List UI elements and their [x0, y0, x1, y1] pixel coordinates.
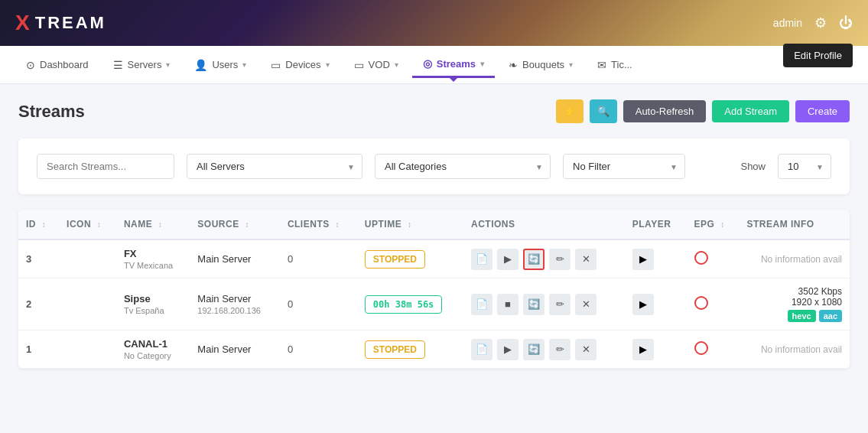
refresh-action-button[interactable]: 🔄: [523, 249, 545, 270]
nav-item-bouquets[interactable]: ❧ Bouquets ▾: [498, 53, 584, 77]
stream-category: Tv España: [124, 306, 182, 315]
nav-label-dashboard: Dashboard: [40, 59, 89, 70]
delete-action-button[interactable]: ✕: [575, 294, 597, 315]
row-player: ▶: [625, 239, 687, 278]
servers-select[interactable]: All Servers: [187, 154, 362, 179]
stream-kbps: 3502 Kbps: [747, 286, 842, 297]
row-icon-cell: [59, 239, 116, 278]
status-badge: 00h 38m 56s: [365, 295, 442, 314]
action-buttons: 📄 ▶ 🔄 ✏ ✕: [471, 339, 617, 360]
table-header-row: ID ↕ ICON ↕ NAME ↕ SOURCE ↕ CLIENTS ↕ UP…: [18, 210, 850, 239]
logo: X TREAM: [15, 11, 106, 35]
file-action-button[interactable]: 📄: [471, 339, 493, 360]
player-play-button[interactable]: ▶: [632, 339, 654, 360]
table-row: 2 Sipse Tv España Main Server 192.168.20…: [18, 278, 850, 330]
users-dropdown-arrow: ▾: [242, 60, 246, 69]
categories-select-wrapper: All Categories: [375, 154, 551, 179]
nav-item-streams[interactable]: ◎ Streams ▾: [412, 51, 495, 78]
categories-select[interactable]: All Categories: [375, 154, 551, 179]
devices-dropdown-arrow: ▾: [326, 60, 330, 69]
row-actions: 📄 ▶ 🔄 ✏ ✕: [463, 330, 625, 369]
username-label: admin: [773, 17, 802, 29]
show-label: Show: [740, 161, 766, 172]
streams-table: ID ↕ ICON ↕ NAME ↕ SOURCE ↕ CLIENTS ↕ UP…: [18, 210, 850, 369]
file-action-button[interactable]: 📄: [471, 294, 493, 315]
nav-label-bouquets: Bouquets: [522, 59, 564, 70]
row-stream-info: No information avail: [740, 330, 850, 369]
player-play-button[interactable]: ▶: [632, 249, 654, 270]
delete-action-button[interactable]: ✕: [575, 339, 597, 360]
row-player: ▶: [625, 330, 687, 369]
row-icon-cell: [59, 330, 116, 369]
nav-label-users: Users: [212, 59, 238, 70]
search-streams-input[interactable]: [37, 154, 174, 179]
col-id: ID ↕: [18, 210, 59, 239]
col-clients: CLIENTS ↕: [280, 210, 357, 239]
row-uptime: STOPPED: [357, 330, 463, 369]
bouquets-dropdown-arrow: ▾: [569, 60, 573, 69]
filter-button[interactable]: ⚡: [556, 99, 584, 123]
nav-item-servers[interactable]: ☰ Servers ▾: [102, 53, 181, 77]
source-name: Main Server: [197, 343, 272, 355]
search-icon: 🔍: [597, 106, 610, 117]
filter-icon: ⚡: [564, 106, 576, 117]
settings-icon[interactable]: ⚙: [814, 15, 827, 31]
play-action-button[interactable]: ▶: [497, 339, 519, 360]
row-clients: 0: [280, 330, 357, 369]
streams-table-wrapper: ID ↕ ICON ↕ NAME ↕ SOURCE ↕ CLIENTS ↕ UP…: [18, 210, 850, 369]
player-play-button[interactable]: ▶: [632, 294, 654, 315]
row-clients: 0: [280, 278, 357, 330]
stream-category: TV Mexicana: [124, 261, 182, 270]
row-name-cell: FX TV Mexicana: [116, 239, 190, 278]
page-header: Streams ⚡ 🔍 Auto-Refresh Add Stream Crea…: [18, 99, 850, 123]
status-badge: STOPPED: [365, 250, 425, 269]
power-icon[interactable]: ⏻: [839, 15, 853, 31]
show-count-wrapper: 10 25 50 100: [778, 154, 831, 179]
nav-label-servers: Servers: [128, 59, 162, 70]
row-uptime: 00h 38m 56s: [357, 278, 463, 330]
edit-action-button[interactable]: ✏: [549, 339, 571, 360]
servers-dropdown-arrow: ▾: [166, 60, 170, 69]
streams-active-indicator: [447, 76, 460, 82]
edit-profile-tooltip: Edit Profile: [783, 44, 853, 67]
stop-action-button[interactable]: ■: [497, 294, 519, 315]
edit-action-button[interactable]: ✏: [549, 294, 571, 315]
row-source-cell: Main Server: [190, 239, 280, 278]
create-button[interactable]: Create: [795, 100, 850, 122]
nav-item-users[interactable]: 👤 Users ▾: [184, 53, 257, 77]
nav-item-vod[interactable]: ▭ VOD ▾: [343, 53, 409, 77]
play-action-button[interactable]: ▶: [497, 249, 519, 270]
refresh-action-button[interactable]: 🔄: [523, 294, 545, 315]
nav-item-devices[interactable]: ▭ Devices ▾: [260, 53, 340, 77]
search-button[interactable]: 🔍: [590, 99, 617, 123]
streams-dropdown-arrow: ▾: [480, 60, 484, 68]
file-action-button[interactable]: 📄: [471, 249, 493, 270]
audio-codec-badge: aac: [819, 310, 842, 322]
filters-bar: All Servers All Categories No Filter Sho…: [18, 138, 850, 194]
edit-action-button[interactable]: ✏: [549, 249, 571, 270]
no-filter-select[interactable]: No Filter: [563, 154, 685, 179]
row-player: ▶: [625, 278, 687, 330]
stream-name: Sipse: [124, 293, 182, 304]
logo-x: X: [15, 11, 32, 35]
nav-item-tickets[interactable]: ✉ Tic...: [587, 53, 643, 77]
servers-icon: ☰: [113, 59, 123, 71]
refresh-action-button[interactable]: 🔄: [523, 339, 545, 360]
source-ip: 192.168.200.136: [197, 306, 272, 315]
show-count-select[interactable]: 10 25 50 100: [778, 154, 831, 179]
filter-select-wrapper: No Filter: [563, 154, 685, 179]
stream-category: No Category: [124, 351, 182, 360]
row-stream-info: 3502 Kbps 1920 x 1080 hevc aac: [740, 278, 850, 330]
add-stream-button[interactable]: Add Stream: [712, 100, 789, 122]
row-epg: [687, 330, 740, 369]
row-source-cell: Main Server 192.168.200.136: [190, 278, 280, 330]
page-title: Streams: [18, 102, 85, 122]
devices-icon: ▭: [271, 59, 281, 71]
auto-refresh-button[interactable]: Auto-Refresh: [623, 100, 707, 122]
row-source-cell: Main Server: [190, 330, 280, 369]
epg-status-circle: [694, 341, 708, 355]
nav-item-dashboard[interactable]: ⊙ Dashboard: [15, 53, 99, 77]
delete-action-button[interactable]: ✕: [575, 249, 597, 270]
source-name: Main Server: [197, 253, 272, 265]
col-player: PLAYER: [625, 210, 687, 239]
